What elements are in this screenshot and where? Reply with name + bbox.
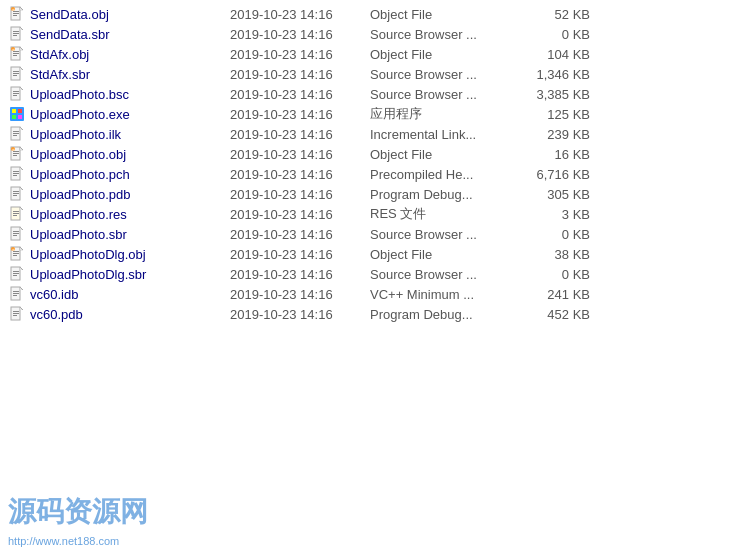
svg-rect-73 — [13, 215, 17, 216]
file-type: Program Debug... — [370, 307, 510, 322]
file-size: 3 KB — [510, 207, 590, 222]
table-row[interactable]: UploadPhoto.sbr2019-10-23 14:16Source Br… — [0, 224, 747, 244]
svg-rect-44 — [13, 131, 19, 132]
svg-rect-98 — [13, 291, 19, 292]
file-name: UploadPhoto.pch — [30, 167, 230, 182]
file-date: 2019-10-23 14:16 — [230, 227, 370, 242]
svg-text:⚙: ⚙ — [12, 48, 15, 52]
table-row[interactable]: vc60.pdb2019-10-23 14:16Program Debug...… — [0, 304, 747, 324]
file-name: UploadPhoto.bsc — [30, 87, 230, 102]
file-date: 2019-10-23 14:16 — [230, 7, 370, 22]
file-size: 16 KB — [510, 147, 590, 162]
sbr-icon — [8, 186, 26, 202]
svg-rect-38 — [18, 109, 22, 113]
file-name: StdAfx.obj — [30, 47, 230, 62]
file-date: 2019-10-23 14:16 — [230, 87, 370, 102]
table-row[interactable]: UploadPhoto.ilk2019-10-23 14:16Increment… — [0, 124, 747, 144]
file-size: 52 KB — [510, 7, 590, 22]
file-name: UploadPhoto.exe — [30, 107, 230, 122]
file-date: 2019-10-23 14:16 — [230, 167, 370, 182]
file-date: 2019-10-23 14:16 — [230, 187, 370, 202]
table-row[interactable]: UploadPhoto.bsc2019-10-23 14:16Source Br… — [0, 84, 747, 104]
obj-icon: ⚙ — [8, 6, 26, 22]
file-size: 3,385 KB — [510, 87, 590, 102]
table-row[interactable]: ⚙ UploadPhotoDlg.obj2019-10-23 14:16Obje… — [0, 244, 747, 264]
svg-rect-12 — [13, 31, 19, 32]
table-row[interactable]: ⚙ SendData.obj2019-10-23 14:16Object Fil… — [0, 4, 747, 24]
svg-rect-21 — [13, 55, 17, 56]
svg-rect-99 — [13, 293, 19, 294]
table-row[interactable]: ⚙ StdAfx.obj2019-10-23 14:16Object File1… — [0, 44, 747, 64]
svg-rect-27 — [13, 71, 19, 72]
svg-rect-37 — [12, 109, 16, 113]
svg-text:⚙: ⚙ — [12, 8, 15, 12]
svg-rect-45 — [13, 133, 19, 134]
svg-rect-71 — [13, 211, 19, 212]
svg-rect-59 — [13, 171, 19, 172]
file-name: UploadPhoto.sbr — [30, 227, 230, 242]
obj-icon: ⚙ — [8, 46, 26, 62]
file-name: StdAfx.sbr — [30, 67, 230, 82]
svg-rect-67 — [13, 195, 17, 196]
file-name: UploadPhotoDlg.sbr — [30, 267, 230, 282]
file-name: SendData.sbr — [30, 27, 230, 42]
table-row[interactable]: SendData.sbr2019-10-23 14:16Source Brows… — [0, 24, 747, 44]
res-icon — [8, 206, 26, 222]
file-type: Source Browser ... — [370, 27, 510, 42]
svg-rect-105 — [13, 313, 19, 314]
file-size: 241 KB — [510, 287, 590, 302]
svg-rect-40 — [18, 115, 22, 119]
svg-rect-60 — [13, 173, 19, 174]
svg-rect-85 — [13, 253, 19, 254]
table-row[interactable]: vc60.idb2019-10-23 14:16VC++ Minimum ...… — [0, 284, 747, 304]
svg-rect-28 — [13, 73, 19, 74]
svg-rect-13 — [13, 33, 19, 34]
file-size: 305 KB — [510, 187, 590, 202]
watermark-url: http://www.net188.com — [0, 535, 200, 547]
svg-rect-14 — [13, 35, 17, 36]
file-name: UploadPhoto.obj — [30, 147, 230, 162]
table-row[interactable]: UploadPhoto.res2019-10-23 14:16RES 文件3 K… — [0, 204, 747, 224]
file-type: Source Browser ... — [370, 87, 510, 102]
svg-rect-106 — [13, 315, 17, 316]
file-date: 2019-10-23 14:16 — [230, 247, 370, 262]
file-name: vc60.idb — [30, 287, 230, 302]
table-row[interactable]: StdAfx.sbr2019-10-23 14:16Source Browser… — [0, 64, 747, 84]
file-type: Program Debug... — [370, 187, 510, 202]
table-row[interactable]: UploadPhoto.pch2019-10-23 14:16Precompil… — [0, 164, 747, 184]
svg-rect-79 — [13, 235, 17, 236]
file-date: 2019-10-23 14:16 — [230, 307, 370, 322]
file-size: 0 KB — [510, 267, 590, 282]
file-date: 2019-10-23 14:16 — [230, 287, 370, 302]
obj-icon: ⚙ — [8, 246, 26, 262]
svg-rect-53 — [13, 155, 17, 156]
table-row[interactable]: ⚙ UploadPhoto.obj2019-10-23 14:16Object … — [0, 144, 747, 164]
file-name: vc60.pdb — [30, 307, 230, 322]
file-size: 0 KB — [510, 227, 590, 242]
file-size: 125 KB — [510, 107, 590, 122]
svg-rect-46 — [13, 135, 17, 136]
svg-text:⚙: ⚙ — [12, 248, 15, 252]
svg-rect-72 — [13, 213, 19, 214]
table-row[interactable]: UploadPhoto.exe2019-10-23 14:16应用程序125 K… — [0, 104, 747, 124]
file-name: UploadPhoto.res — [30, 207, 230, 222]
file-size: 38 KB — [510, 247, 590, 262]
file-type: 应用程序 — [370, 105, 510, 123]
sbr-icon — [8, 26, 26, 42]
table-row[interactable]: UploadPhoto.pdb2019-10-23 14:16Program D… — [0, 184, 747, 204]
file-date: 2019-10-23 14:16 — [230, 267, 370, 282]
file-size: 0 KB — [510, 27, 590, 42]
svg-rect-66 — [13, 193, 19, 194]
svg-rect-94 — [13, 275, 17, 276]
sbr-icon — [8, 306, 26, 322]
file-type: Object File — [370, 147, 510, 162]
table-row[interactable]: UploadPhotoDlg.sbr2019-10-23 14:16Source… — [0, 264, 747, 284]
watermark-text: 源码资源网 — [0, 489, 200, 535]
svg-rect-29 — [13, 75, 17, 76]
svg-rect-33 — [13, 91, 19, 92]
file-name: UploadPhotoDlg.obj — [30, 247, 230, 262]
file-date: 2019-10-23 14:16 — [230, 27, 370, 42]
file-type: Precompiled He... — [370, 167, 510, 182]
obj-icon: ⚙ — [8, 146, 26, 162]
file-name: UploadPhoto.ilk — [30, 127, 230, 142]
